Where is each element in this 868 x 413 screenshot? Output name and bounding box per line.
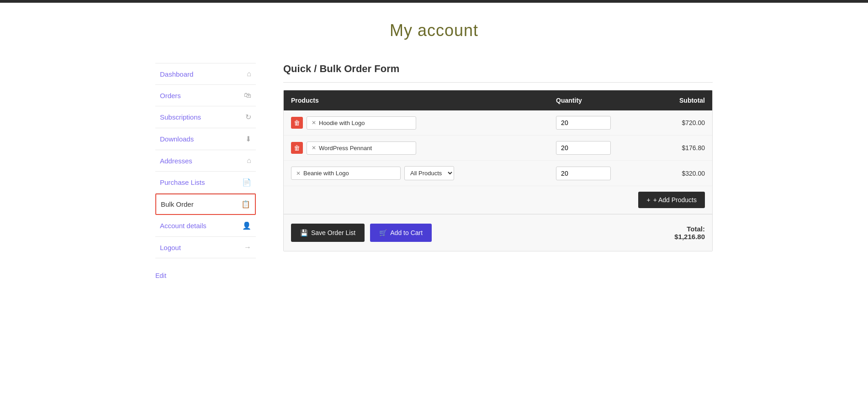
logout-icon: → bbox=[244, 243, 251, 251]
page-title-container: My account bbox=[0, 3, 868, 63]
product-name-2: WordPress Pennant bbox=[319, 145, 372, 152]
remove-product-3[interactable]: ✕ bbox=[296, 170, 301, 177]
save-order-label: Save Order List bbox=[311, 229, 355, 236]
account-icon: 👤 bbox=[242, 221, 251, 230]
subtotal-cell-2: $176.80 bbox=[652, 136, 712, 161]
subtotal-cell-3: $320.00 bbox=[652, 161, 712, 186]
sidebar-item-label-orders: Orders bbox=[160, 92, 181, 99]
col-subtotal: Subtotal bbox=[652, 90, 712, 110]
total-section: Total: $1,216.80 bbox=[674, 225, 705, 240]
quantity-input-3[interactable] bbox=[556, 167, 611, 180]
add-products-row: + + Add Products bbox=[284, 186, 712, 214]
order-table: Products Quantity Subtotal 🗑 ✕ bbox=[284, 90, 712, 214]
orders-icon: 🛍 bbox=[244, 91, 251, 99]
product-tag-3: ✕ Beanie with Logo bbox=[291, 167, 401, 180]
product-tag-1: ✕ Hoodie with Logo bbox=[307, 116, 416, 130]
category-select-3[interactable]: All Products Accessories Clothing Hoodie… bbox=[404, 166, 454, 180]
delete-button-1[interactable]: 🗑 bbox=[291, 117, 303, 129]
sidebar-item-label-dashboard: Dashboard bbox=[160, 70, 193, 78]
sidebar-item-subscriptions[interactable]: Subscriptions ↻ bbox=[155, 106, 256, 128]
save-order-button[interactable]: 💾 Save Order List bbox=[291, 224, 365, 242]
col-quantity: Quantity bbox=[549, 90, 652, 110]
sidebar-item-dashboard[interactable]: Dashboard ⌂ bbox=[155, 63, 256, 85]
sidebar-item-label-subscriptions: Subscriptions bbox=[160, 113, 201, 121]
sidebar-item-label-bulk-order: Bulk Order bbox=[161, 200, 194, 208]
quantity-cell-3 bbox=[549, 161, 652, 186]
sidebar-item-addresses[interactable]: Addresses ⌂ bbox=[155, 150, 256, 172]
sidebar-item-label-downloads: Downloads bbox=[160, 135, 194, 143]
quantity-input-2[interactable] bbox=[556, 141, 611, 155]
total-label: Total: bbox=[674, 225, 705, 233]
purchase-lists-icon: 📄 bbox=[242, 178, 251, 187]
bulk-order-icon: 📋 bbox=[241, 200, 250, 209]
form-title: Quick / Bulk Order Form bbox=[283, 63, 713, 83]
content-area: Quick / Bulk Order Form Products Quantit… bbox=[283, 63, 713, 279]
product-cell-2: 🗑 ✕ WordPress Pennant bbox=[284, 136, 549, 161]
sidebar-item-purchase-lists[interactable]: Purchase Lists 📄 bbox=[155, 172, 256, 193]
table-row: 🗑 ✕ WordPress Pennant $176.80 bbox=[284, 136, 712, 161]
sidebar-item-label-purchase-lists: Purchase Lists bbox=[160, 178, 205, 186]
add-products-cell: + + Add Products bbox=[284, 186, 712, 214]
remove-product-1[interactable]: ✕ bbox=[312, 120, 316, 126]
save-icon: 💾 bbox=[300, 229, 308, 236]
sidebar-item-label-logout: Logout bbox=[160, 244, 181, 251]
col-products: Products bbox=[284, 90, 549, 110]
total-amount: $1,216.80 bbox=[674, 233, 705, 240]
cart-icon: 🛒 bbox=[379, 229, 387, 236]
subtotal-cell-1: $720.00 bbox=[652, 110, 712, 136]
downloads-icon: ⬇ bbox=[245, 135, 251, 143]
delete-button-2[interactable]: 🗑 bbox=[291, 142, 303, 154]
main-layout: Dashboard ⌂ Orders 🛍 Subscriptions ↻ Dow… bbox=[137, 63, 731, 307]
subscriptions-icon: ↻ bbox=[245, 113, 251, 121]
product-cell-3: ✕ Beanie with Logo All Products Accessor… bbox=[284, 161, 549, 186]
product-cell-1: 🗑 ✕ Hoodie with Logo bbox=[284, 110, 549, 136]
sidebar-item-bulk-order[interactable]: Bulk Order 📋 bbox=[155, 193, 256, 215]
sidebar-item-label-addresses: Addresses bbox=[160, 157, 192, 165]
sidebar-item-logout[interactable]: Logout → bbox=[155, 237, 256, 258]
product-name-3: Beanie with Logo bbox=[303, 170, 349, 177]
dashboard-icon: ⌂ bbox=[247, 70, 251, 78]
table-header-row: Products Quantity Subtotal bbox=[284, 90, 712, 110]
add-to-cart-label: Add to Cart bbox=[390, 229, 423, 236]
add-products-label: + Add Products bbox=[653, 196, 697, 204]
product-tag-2: ✕ WordPress Pennant bbox=[307, 141, 416, 155]
subtotal-1: $720.00 bbox=[682, 119, 705, 126]
quantity-input-1[interactable] bbox=[556, 116, 611, 130]
table-row: ✕ Beanie with Logo All Products Accessor… bbox=[284, 161, 712, 186]
remove-product-2[interactable]: ✕ bbox=[312, 145, 316, 151]
form-footer: 💾 Save Order List 🛒 Add to Cart Total: $… bbox=[284, 214, 712, 251]
product-name-1: Hoodie with Logo bbox=[319, 120, 365, 126]
order-form-wrapper: Products Quantity Subtotal 🗑 ✕ bbox=[283, 90, 713, 251]
sidebar-item-orders[interactable]: Orders 🛍 bbox=[155, 85, 256, 106]
sidebar-item-label-account-details: Account details bbox=[160, 222, 206, 230]
subtotal-3: $320.00 bbox=[682, 170, 705, 177]
sidebar-item-account-details[interactable]: Account details 👤 bbox=[155, 215, 256, 237]
sidebar-item-downloads[interactable]: Downloads ⬇ bbox=[155, 128, 256, 150]
add-icon: + bbox=[646, 196, 650, 204]
page-title: My account bbox=[0, 21, 868, 40]
add-to-cart-button[interactable]: 🛒 Add to Cart bbox=[370, 224, 432, 242]
table-row: 🗑 ✕ Hoodie with Logo $720.00 bbox=[284, 110, 712, 136]
edit-link[interactable]: Edit bbox=[155, 272, 166, 279]
bottom-links: Edit bbox=[155, 272, 256, 279]
addresses-icon: ⌂ bbox=[247, 157, 251, 165]
quantity-cell-1 bbox=[549, 110, 652, 136]
quantity-cell-2 bbox=[549, 136, 652, 161]
subtotal-2: $176.80 bbox=[682, 144, 705, 152]
sidebar: Dashboard ⌂ Orders 🛍 Subscriptions ↻ Dow… bbox=[155, 63, 256, 279]
add-products-button[interactable]: + + Add Products bbox=[638, 192, 705, 208]
